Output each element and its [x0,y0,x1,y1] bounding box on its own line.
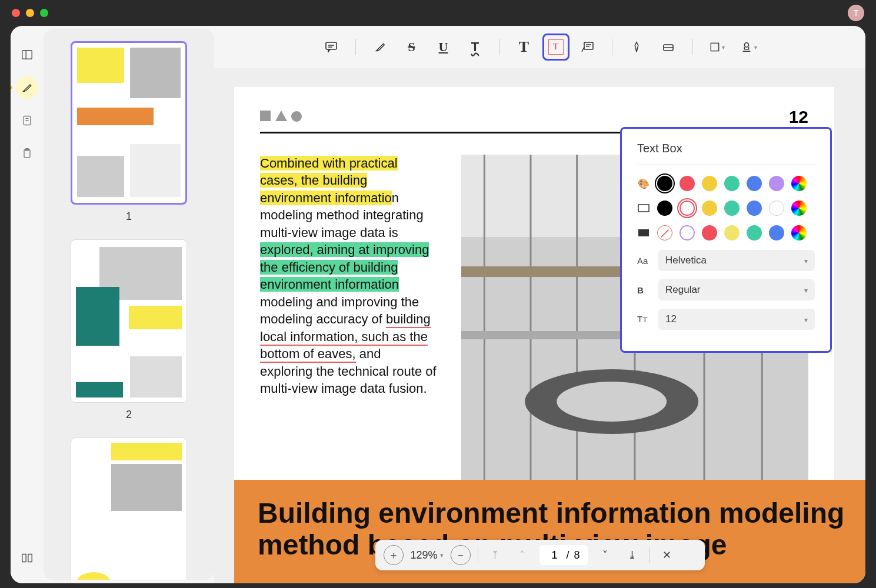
page-thumbnails-panel: 1 2 3 [44,29,214,580]
underline-tool[interactable]: U [430,34,457,61]
color-swatch[interactable] [724,176,740,191]
svg-point-30 [557,382,667,422]
text-color-row: 🎨 [637,176,815,191]
font-size-select[interactable]: 12 [658,309,815,330]
page-thumbnail-2[interactable]: 2 [71,239,187,421]
last-page-button[interactable]: ⤓ [622,545,642,565]
color-swatch[interactable] [724,201,740,216]
toolbar-divider [355,39,356,55]
svg-rect-7 [326,42,337,49]
squiggly-tool[interactable]: T [462,34,489,61]
strikethrough-tool[interactable]: S [398,34,425,61]
highlighter-tool[interactable] [367,34,394,61]
font-weight-select[interactable]: Regular [658,279,815,300]
color-swatch[interactable] [657,176,672,191]
minimize-window-button[interactable] [26,9,34,17]
color-swatch[interactable] [702,201,717,216]
annotation-toolbar: S U T T T ▾ ▾ [214,26,865,68]
page-body-text: Combined with practical cases, the build… [260,155,437,484]
font-size-icon: Tᴛ [637,314,650,325]
color-swatch[interactable] [680,201,695,216]
svg-rect-10 [584,42,593,49]
next-page-button[interactable]: ˅ [595,545,615,565]
panels-toggle-button[interactable] [16,44,38,66]
eraser-tool[interactable] [655,34,682,61]
svg-marker-19 [275,111,287,121]
svg-point-16 [744,43,748,47]
total-pages: 8 [574,549,580,562]
svg-rect-15 [711,43,718,51]
active-indicator [11,86,12,89]
page-thumbnail-1[interactable]: 1 [71,41,187,223]
border-icon [637,203,650,213]
page-number: 12 [789,107,808,127]
panel-title: Text Box [637,142,815,155]
fill-color-row [637,225,815,240]
color-swatch[interactable] [769,176,784,191]
svg-rect-0 [22,51,32,59]
fill-icon [637,228,650,238]
current-page-input[interactable] [548,549,562,562]
page-indicator[interactable]: / 8 [539,545,588,565]
color-swatch[interactable] [747,201,762,216]
font-weight-icon: B [637,285,650,295]
close-controls-button[interactable]: ✕ [657,545,677,565]
color-swatch[interactable] [769,201,784,216]
color-swatch[interactable] [791,176,807,191]
color-swatch[interactable] [791,225,807,240]
color-swatch[interactable] [680,225,695,240]
palette-icon: 🎨 [637,178,650,189]
svg-rect-18 [260,111,271,121]
color-swatch[interactable] [724,225,740,240]
color-swatch[interactable] [791,201,807,216]
reader-view-button[interactable] [16,547,38,569]
color-swatch[interactable] [702,176,717,191]
shapes-tool[interactable]: ▾ [704,34,731,61]
color-swatch[interactable] [747,225,762,240]
color-swatch[interactable] [657,201,672,216]
fullscreen-window-button[interactable] [40,9,48,17]
textbox-properties-panel: Text Box 🎨 Aa Helvetica [620,127,832,353]
prev-page-button[interactable]: ˄ [512,545,532,565]
traffic-lights [12,9,48,17]
zoom-out-button[interactable]: － [451,545,471,565]
clipboard-mode-button[interactable] [16,142,38,165]
color-swatch[interactable] [747,176,762,191]
color-swatch[interactable] [769,225,784,240]
stamp-tool[interactable]: ▾ [735,34,762,61]
border-color-row [637,201,815,216]
tool-rail [11,26,44,583]
svg-rect-33 [638,205,649,212]
user-avatar[interactable]: T [848,5,864,21]
callout-tool[interactable] [574,34,601,61]
color-swatch[interactable] [702,225,717,240]
toolbar-divider [692,39,693,55]
close-window-button[interactable] [12,9,20,17]
page-thumbnail-3[interactable]: 3 [71,437,187,580]
first-page-button[interactable]: ⤒ [485,545,505,565]
toolbar-divider [612,39,612,55]
page-thumbnail-2-label: 2 [71,409,187,421]
page-thumbnail-1-label: 1 [71,211,187,223]
font-family-icon: Aa [637,256,650,266]
textbox-tool[interactable]: T [542,34,569,61]
page-decor-shapes [260,111,808,122]
zoom-in-button[interactable]: ＋ [384,545,404,565]
color-swatch[interactable] [657,225,672,240]
notes-mode-button[interactable] [16,109,38,132]
document-canvas[interactable]: 12 Combined with practical cases, the bu… [214,68,865,583]
toolbar-divider [499,39,500,55]
comment-tool[interactable] [318,34,345,61]
text-tool[interactable]: T [511,34,538,61]
window-titlebar: T [0,0,876,26]
svg-point-20 [291,111,302,122]
svg-rect-34 [638,229,649,236]
highlight-mode-button[interactable] [16,76,38,99]
font-family-select[interactable]: Helvetica [658,250,815,271]
zoom-level-dropdown[interactable]: 129%▾ [411,549,444,562]
color-swatch[interactable] [680,176,695,191]
pen-tool[interactable] [623,34,650,61]
view-controls-bar: ＋ 129%▾ － ⤒ ˄ / 8 ˅ ⤓ ✕ [375,540,705,570]
